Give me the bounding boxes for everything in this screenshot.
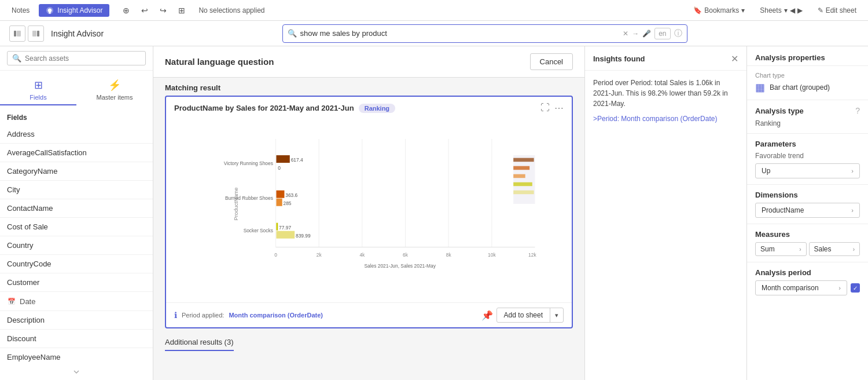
add-to-sheet-label[interactable]: Add to sheet bbox=[497, 308, 550, 322]
sidebar-nav-fields[interactable]: ⊞ Fields bbox=[0, 75, 76, 105]
bookmarks-chevron: ▾ bbox=[741, 6, 745, 14]
pencil-icon: ✎ bbox=[818, 6, 823, 14]
more-options-icon[interactable]: ⋯ bbox=[554, 103, 564, 114]
favorable-trend-select[interactable]: Up › bbox=[755, 163, 860, 178]
sheets-label: Sheets bbox=[760, 6, 781, 14]
svg-text:12k: 12k bbox=[528, 252, 536, 258]
sidebar-item-address[interactable]: Address bbox=[0, 125, 153, 144]
sidebar-item-contactname[interactable]: ContactName bbox=[0, 199, 153, 218]
sidebar-nav-master[interactable]: ⚡ Master items bbox=[76, 75, 153, 105]
sheets-button[interactable]: Sheets ▾ ◀ ▶ bbox=[755, 4, 807, 17]
pin-icon[interactable]: 📌 bbox=[481, 310, 493, 321]
field-label: Description bbox=[7, 316, 45, 324]
master-nav-label: Master items bbox=[97, 94, 133, 101]
analysis-period-section: Analysis period Month comparison › ✓ bbox=[747, 262, 868, 301]
sheets-nav-next[interactable]: ▶ bbox=[797, 6, 803, 14]
favorable-trend-value: Up bbox=[762, 167, 770, 175]
svg-text:0: 0 bbox=[274, 252, 277, 258]
period-checkbox[interactable]: ✓ bbox=[851, 283, 860, 293]
svg-rect-2 bbox=[14, 31, 16, 36]
edit-sheet-button[interactable]: ✎ Edit sheet bbox=[813, 4, 861, 17]
add-to-sheet-button[interactable]: Add to sheet ▾ bbox=[496, 308, 564, 323]
sheets-nav-prev[interactable]: ◀ bbox=[790, 6, 795, 14]
additional-results: Additional results (3) bbox=[153, 328, 584, 351]
sidebar-item-costofsale[interactable]: Cost of Sale bbox=[0, 218, 153, 236]
sidebar-item-averagecallsatisfaction[interactable]: AverageCallSatisfaction bbox=[0, 144, 153, 162]
sidebar-item-customer[interactable]: Customer bbox=[0, 273, 153, 292]
dimension-chevron-icon: › bbox=[851, 207, 854, 214]
help-icon[interactable]: ? bbox=[855, 106, 860, 115]
sidebar-item-country[interactable]: Country bbox=[0, 236, 153, 255]
chevron-down-icon bbox=[73, 368, 80, 375]
bookmarks-label: Bookmarks bbox=[704, 6, 739, 14]
info-icon[interactable]: ⓘ bbox=[674, 28, 682, 39]
svg-text:Burned Rubber Shoes: Burned Rubber Shoes bbox=[225, 195, 273, 201]
main-layout: 🔍 ⊞ Fields ⚡ Master items Fields Address… bbox=[0, 46, 868, 380]
sales-label: Sales bbox=[814, 245, 832, 253]
svg-text:Victory Running Shoes: Victory Running Shoes bbox=[224, 160, 273, 166]
insights-period-link[interactable]: >Period: Month comparison (OrderDate) bbox=[593, 114, 738, 124]
period-select[interactable]: Month comparison › bbox=[755, 280, 847, 295]
analysis-type-header: Analysis type ? bbox=[755, 106, 860, 115]
field-label: City bbox=[7, 185, 20, 194]
analysis-period-label: Analysis period bbox=[755, 268, 860, 277]
field-label: Date bbox=[20, 297, 35, 306]
nlq-header: Natural language question Cancel bbox=[153, 46, 584, 78]
clear-search-button[interactable]: ✕ bbox=[623, 30, 628, 38]
redo-icon[interactable]: ↪ bbox=[156, 3, 171, 18]
sidebar-toggles bbox=[9, 25, 44, 42]
svg-rect-38 bbox=[513, 166, 529, 170]
insights-close-button[interactable]: ✕ bbox=[731, 53, 738, 64]
svg-rect-28 bbox=[276, 191, 284, 198]
sidebar-item-categoryname[interactable]: CategoryName bbox=[0, 162, 153, 181]
page-title: Insight Advisor bbox=[51, 29, 104, 38]
measures-label: Measures bbox=[755, 230, 860, 239]
chart-type-label: Chart type bbox=[755, 72, 860, 79]
sidebar-item-discount[interactable]: Discount bbox=[0, 330, 153, 348]
second-bar: Insight Advisor 🔍 ✕ → 🎤 en ⓘ bbox=[0, 21, 868, 46]
notes-tab[interactable]: Notes bbox=[7, 6, 34, 14]
fields-nav-label: Fields bbox=[30, 94, 46, 101]
sidebar-item-date[interactable]: 📅 Date bbox=[0, 292, 153, 311]
undo-icon[interactable]: ↩ bbox=[137, 3, 152, 18]
toggle-right-panel-button[interactable] bbox=[28, 25, 44, 42]
sidebar-item-employeename[interactable]: EmployeeName bbox=[0, 348, 153, 364]
sales-measure-tag[interactable]: Sales › bbox=[809, 242, 860, 256]
chart-card: ProductName by Sales for 2021-May and 20… bbox=[165, 96, 573, 328]
additional-results-tab[interactable]: Additional results (3) bbox=[165, 334, 234, 351]
top-nav: Notes Insight Advisor ⊕ ↩ ↪ ⊞ No selecti… bbox=[0, 0, 868, 21]
insight-advisor-tab[interactable]: Insight Advisor bbox=[39, 4, 109, 17]
dimension-value: ProductName bbox=[762, 206, 804, 214]
sum-chevron-icon: › bbox=[799, 246, 801, 253]
lock-icon[interactable]: ⊞ bbox=[174, 3, 189, 18]
svg-text:617.4: 617.4 bbox=[291, 157, 303, 163]
search-input[interactable] bbox=[300, 29, 623, 38]
panel-right-icon bbox=[32, 30, 40, 38]
sidebar-item-description[interactable]: Description bbox=[0, 311, 153, 330]
svg-text:2k: 2k bbox=[317, 252, 322, 258]
sidebar-search-input[interactable] bbox=[25, 54, 141, 63]
expand-icon[interactable]: ⛶ bbox=[540, 103, 550, 114]
right-panel-scroll: Analysis properties Chart type ▦ Bar cha… bbox=[747, 46, 868, 301]
language-selector[interactable]: en bbox=[654, 28, 670, 39]
svg-rect-5 bbox=[37, 31, 39, 36]
toggle-left-panel-button[interactable] bbox=[9, 25, 25, 42]
no-selections-label: No selections applied bbox=[198, 6, 264, 14]
sidebar-scroll-down[interactable] bbox=[0, 364, 153, 380]
sidebar-item-city[interactable]: City bbox=[0, 181, 153, 199]
zoom-icon[interactable]: ⊕ bbox=[119, 3, 134, 18]
mic-icon[interactable]: 🎤 bbox=[642, 30, 651, 38]
sum-measure-tag[interactable]: Sum › bbox=[755, 242, 807, 256]
bookmarks-button[interactable]: 🔖 Bookmarks ▾ bbox=[689, 4, 749, 17]
chart-footer: ℹ Period applied: Month comparison (Orde… bbox=[166, 302, 572, 327]
chart-actions: ⛶ ⋯ bbox=[540, 103, 564, 114]
search-submit-button[interactable]: → bbox=[632, 30, 639, 38]
add-to-sheet-dropdown-icon[interactable]: ▾ bbox=[550, 309, 563, 322]
dimension-select[interactable]: ProductName › bbox=[755, 203, 860, 218]
search-bar: 🔍 ✕ → 🎤 en ⓘ bbox=[282, 24, 687, 43]
svg-rect-34 bbox=[276, 231, 295, 239]
svg-text:ProductName: ProductName bbox=[233, 187, 239, 220]
sidebar-item-countrycode[interactable]: CountryCode bbox=[0, 255, 153, 273]
cancel-button[interactable]: Cancel bbox=[530, 53, 573, 70]
nlq-title: Natural language question bbox=[165, 57, 274, 67]
